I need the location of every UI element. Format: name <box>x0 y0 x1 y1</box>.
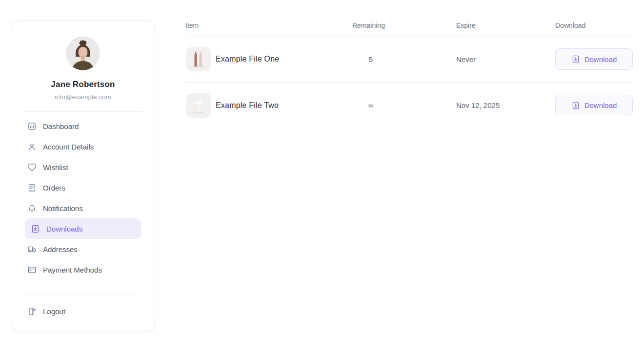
user-name: Jane Robertson <box>11 80 155 89</box>
logout-label: Logout <box>43 307 65 316</box>
profile-section: Jane Robertson info@example.com <box>11 21 155 101</box>
column-header-expire: Expire <box>456 21 555 30</box>
document-icon <box>27 183 37 192</box>
item-cell: Example File Two <box>185 93 352 118</box>
remaining-value: ∞ <box>352 101 389 109</box>
table-row: Example File Two ∞ Nov 12, 2025 Download <box>185 82 634 128</box>
sidebar-item-downloads[interactable]: Downloads <box>25 218 141 239</box>
column-header-item: Item <box>185 21 352 30</box>
download-icon <box>571 55 580 64</box>
bar-chart-icon <box>27 122 37 131</box>
product-thumbnail-two-bottles <box>186 47 211 71</box>
sidebar-item-label: Notifications <box>43 204 83 212</box>
download-button[interactable]: Download <box>555 48 633 70</box>
sidebar-item-label: Dashboard <box>43 122 79 130</box>
logout-divider <box>25 295 141 295</box>
table-row: Example File One 5 Never Download <box>185 36 634 82</box>
item-title: Example File Two <box>216 101 279 110</box>
sidebar-item-account-details[interactable]: Account Details <box>11 136 155 157</box>
sidebar-item-payment-methods[interactable]: Payment Methods <box>11 259 155 280</box>
sidebar-item-wishlist[interactable]: Wishlist <box>11 157 155 177</box>
user-icon <box>27 142 37 151</box>
sidebar-item-dashboard[interactable]: Dashboard <box>11 116 155 136</box>
download-button-label: Download <box>584 55 617 64</box>
remaining-value: 5 <box>352 55 389 64</box>
column-header-download: Download <box>555 21 634 30</box>
logout-button[interactable]: Logout <box>11 301 155 321</box>
logout-door-icon <box>27 307 37 316</box>
product-thumbnail-white-lamp <box>186 93 211 118</box>
download-button[interactable]: Download <box>555 95 633 116</box>
item-title: Example File One <box>216 55 279 64</box>
avatar-photo <box>66 36 100 70</box>
truck-icon <box>27 245 37 254</box>
sidebar-item-addresses[interactable]: Addresses <box>11 239 155 259</box>
account-nav: Dashboard Account Details Wishlist Order… <box>11 116 155 280</box>
expire-value: Never <box>456 55 555 64</box>
heart-icon <box>27 163 37 172</box>
sidebar-item-label: Downloads <box>46 225 82 233</box>
download-icon <box>571 101 580 110</box>
sidebar-item-label: Orders <box>43 184 65 192</box>
sidebar-item-label: Addresses <box>43 245 78 254</box>
credit-card-icon <box>27 265 37 275</box>
sidebar-item-label: Payment Methods <box>43 266 102 274</box>
item-cell: Example File One <box>185 47 352 71</box>
table-header-row: Item Remaining Expire Download <box>185 21 634 36</box>
column-header-remaining: Remaining <box>352 21 456 30</box>
sidebar-item-label: Wishlist <box>43 163 68 171</box>
sidebar-item-notifications[interactable]: Notifications <box>11 198 155 218</box>
sidebar-item-orders[interactable]: Orders <box>11 177 155 198</box>
downloads-table: Item Remaining Expire Download Example F… <box>185 21 634 128</box>
bell-icon <box>27 204 37 213</box>
download-button-label: Download <box>584 101 617 109</box>
sidebar-item-label: Account Details <box>43 143 94 151</box>
expire-value: Nov 12, 2025 <box>456 101 555 109</box>
avatar <box>66 36 100 70</box>
download-icon <box>31 224 40 234</box>
profile-divider <box>23 111 143 112</box>
user-email: info@example.com <box>11 93 155 101</box>
account-sidebar-card: Jane Robertson info@example.com Dashboar… <box>11 21 155 331</box>
